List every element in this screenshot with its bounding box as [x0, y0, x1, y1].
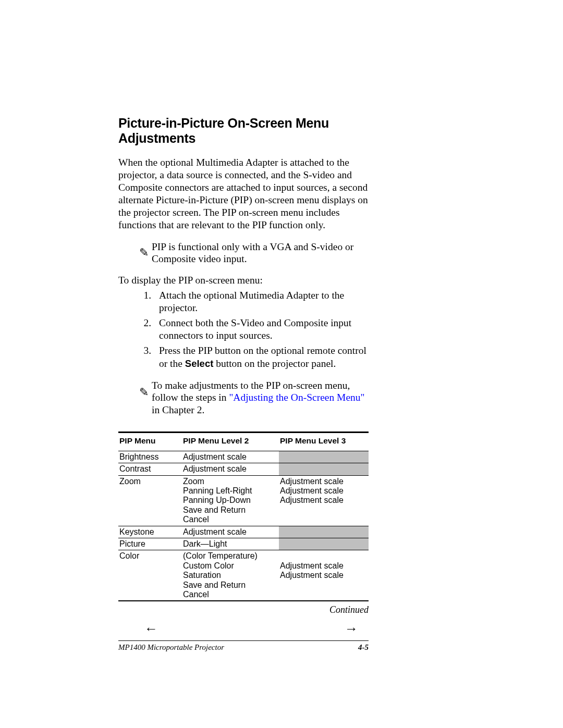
cell: Zoom Panning Left-Right Panning Up-Down … [182, 475, 279, 526]
table-row: Brightness Adjustment scale [118, 451, 369, 463]
table-row: Keystone Adjustment scale [118, 526, 369, 538]
cell-shaded [279, 451, 369, 463]
cell: Adjustment scale Adjustment scale Adjust… [279, 475, 369, 526]
cell: Adjustment scale Adjustment scale [279, 550, 369, 601]
page-footer: MP1400 Microportable Projector 4-5 [118, 640, 369, 652]
note2-part-b: in Chapter 2. [152, 404, 204, 415]
table-header-row: PIP Menu PIP Menu Level 2 PIP Menu Level… [118, 432, 369, 451]
note-text: PIP is functional only with a VGA and S-… [152, 241, 369, 265]
cell: Color [118, 550, 182, 601]
link-adjusting-menu[interactable]: "Adjusting the On-Screen Menu" [229, 392, 364, 403]
page-heading: Picture-in-Picture On-Screen Menu Adjust… [118, 116, 369, 146]
step-3: Press the PIP button on the optional rem… [154, 344, 369, 369]
arrow-left-icon[interactable]: ← [144, 621, 158, 637]
page-nav: ← → [118, 620, 369, 638]
note-icon: ✎ [139, 387, 149, 398]
footer-page-number: 4-5 [358, 643, 369, 652]
table-continued-label: Continued [118, 604, 369, 615]
pip-menu-table: PIP Menu PIP Menu Level 2 PIP Menu Level… [118, 431, 369, 601]
cell-shaded [279, 526, 369, 538]
cell: Picture [118, 538, 182, 550]
th-level-3: PIP Menu Level 3 [279, 432, 369, 451]
cell-shaded [279, 463, 369, 475]
cell: Adjustment scale [182, 526, 279, 538]
step-3-part-c: button on the projector panel. [213, 358, 336, 369]
cell: Adjustment scale [182, 463, 279, 475]
table-row: Color (Color Temperature) Custom Color S… [118, 550, 369, 601]
cell: Keystone [118, 526, 182, 538]
th-level-2: PIP Menu Level 2 [182, 432, 279, 451]
table-row: Contrast Adjustment scale [118, 463, 369, 475]
note-pip-inputs: ✎ PIP is functional only with a VGA and … [139, 241, 369, 265]
cell-shaded [279, 538, 369, 550]
table-row: Zoom Zoom Panning Left-Right Panning Up-… [118, 475, 369, 526]
cell: Contrast [118, 463, 182, 475]
step-3-select-label: Select [185, 358, 214, 369]
footer-product: MP1400 Microportable Projector [118, 643, 224, 652]
cell: Dark—Light [182, 538, 279, 550]
steps-lead: To display the PIP on-screen menu: [118, 275, 369, 286]
content: Picture-in-Picture On-Screen Menu Adjust… [118, 116, 369, 416]
cell: (Color Temperature) Custom Color Saturat… [182, 550, 279, 601]
page-root: Picture-in-Picture On-Screen Menu Adjust… [0, 0, 563, 728]
note-icon: ✎ [139, 247, 149, 258]
th-pip-menu: PIP Menu [118, 432, 182, 451]
cell: Brightness [118, 451, 182, 463]
intro-paragraph: When the optional Multimedia Adapter is … [118, 156, 369, 231]
steps-list: Attach the optional Mutimedia Adapter to… [118, 289, 369, 370]
cell: Zoom [118, 475, 182, 526]
note-adjust-ref: ✎ To make adjustments to the PIP on-scre… [139, 379, 369, 416]
note2-text: To make adjustments to the PIP on-screen… [152, 379, 369, 416]
step-2: Connect both the S-Video and Composite i… [154, 317, 369, 342]
cell: Adjustment scale [182, 451, 279, 463]
table-row: Picture Dark—Light [118, 538, 369, 550]
arrow-right-icon[interactable]: → [345, 621, 358, 637]
step-1: Attach the optional Mutimedia Adapter to… [154, 289, 369, 314]
